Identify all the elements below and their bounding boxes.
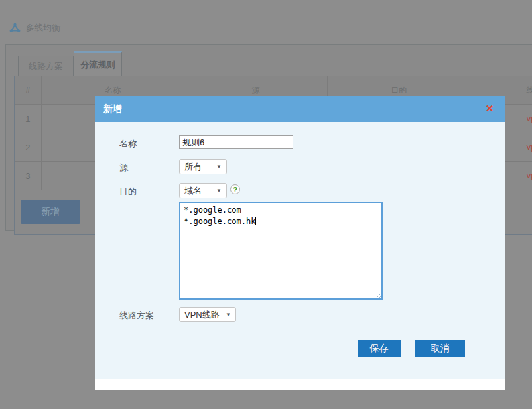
close-icon[interactable]: ✕	[484, 103, 496, 115]
source-label: 源	[119, 162, 128, 174]
domain-list-textarea[interactable]: *.google.com *.google.com.hk	[179, 202, 383, 300]
domain-list-wrap: *.google.com *.google.com.hk	[179, 202, 383, 300]
dest-select-value: 域名	[184, 185, 202, 197]
dest-label: 目的	[119, 186, 137, 198]
name-input[interactable]	[179, 135, 293, 149]
source-select[interactable]: 所有 ▼	[179, 159, 227, 174]
dest-select[interactable]: 域名 ▼	[179, 183, 227, 198]
app-screen: 多线均衡 线路方案 分流规则 # 名称 源 目的 线路方案 1 vpn线路 2 …	[0, 0, 532, 409]
name-label: 名称	[119, 138, 137, 150]
line-scheme-label: 线路方案	[119, 310, 154, 321]
dialog-header	[95, 96, 505, 122]
source-select-value: 所有	[184, 161, 202, 173]
help-icon[interactable]: ?	[230, 184, 240, 194]
chevron-down-icon: ▼	[226, 312, 231, 318]
dialog-footer	[95, 379, 505, 390]
chevron-down-icon: ▼	[216, 164, 222, 170]
dialog-title: 新增	[103, 96, 122, 122]
line-scheme-select[interactable]: VPN线路 ▼	[179, 307, 236, 322]
line-scheme-select-value: VPN线路	[184, 309, 220, 321]
add-rule-dialog: 新增 ✕ 名称 源 所有 ▼ 目的 域名 ▼ ? *.google.com *.…	[95, 96, 505, 390]
cancel-button[interactable]: 取消	[415, 340, 465, 357]
chevron-down-icon: ▼	[216, 188, 222, 194]
save-button[interactable]: 保存	[358, 340, 401, 357]
